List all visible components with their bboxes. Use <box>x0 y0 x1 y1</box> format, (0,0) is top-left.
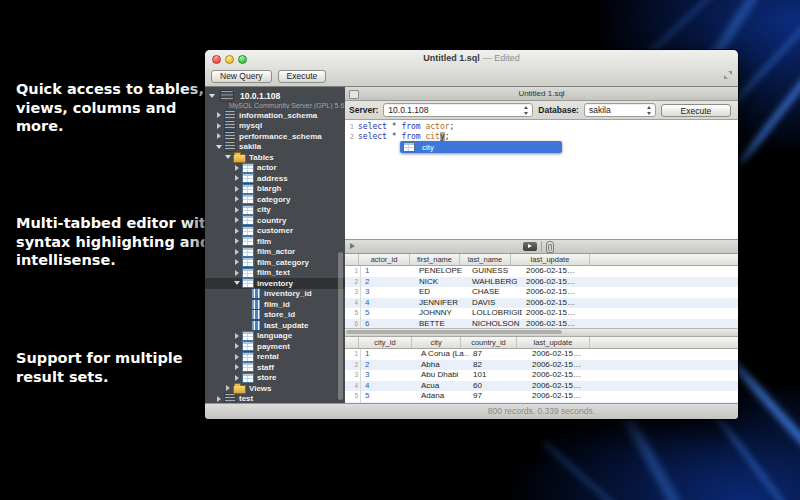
resize-grip-icon[interactable] <box>724 71 732 79</box>
table-row[interactable]: 11A Corua (La…872006-02-15… <box>345 349 738 360</box>
execute-query-button[interactable]: Execute <box>661 104 731 117</box>
disclosure-right-icon[interactable] <box>233 343 241 349</box>
column-header-last_update[interactable]: last_update <box>511 254 590 265</box>
tree-item-film[interactable]: film <box>205 236 345 247</box>
column-header-first_name[interactable]: first_name <box>410 254 460 265</box>
table-row[interactable]: 33Abu Dhabi1012006-02-15… <box>345 370 738 381</box>
sidebar-scrollbar-thumb[interactable] <box>338 252 343 400</box>
tree-item-store_id[interactable]: store_id <box>205 310 345 321</box>
horizontal-scrollbar[interactable] <box>345 328 738 337</box>
table-cell: 101 <box>469 370 528 381</box>
tree-item-sakila[interactable]: sakila <box>205 142 345 153</box>
column-header-city[interactable]: city <box>412 337 461 348</box>
tree-item-inventory[interactable]: inventory <box>205 278 345 289</box>
tree-item-language[interactable]: language <box>205 331 345 342</box>
tree-item-performance_schema[interactable]: performance_schema <box>205 131 345 142</box>
tree-item-address[interactable]: address <box>205 173 345 184</box>
table-row[interactable]: 22Abha822006-02-15… <box>345 360 738 371</box>
tree-item-payment[interactable]: payment <box>205 341 345 352</box>
tree-item-label: Views <box>249 384 272 393</box>
disclosure-right-icon[interactable] <box>215 396 223 402</box>
tree-item-film_category[interactable]: film_category <box>205 257 345 268</box>
tree-item-country[interactable]: country <box>205 215 345 226</box>
tree-item-customer[interactable]: customer <box>205 226 345 237</box>
disclosure-down-icon[interactable] <box>215 145 223 149</box>
disclosure-down-icon[interactable] <box>224 155 232 159</box>
disclosure-right-icon[interactable] <box>215 112 223 118</box>
disclosure-right-icon[interactable] <box>233 175 241 181</box>
sql-editor[interactable]: 1select * from actor;2select * from city… <box>345 120 738 239</box>
column-header-country_id[interactable]: country_id <box>461 337 517 348</box>
tree-item-category[interactable]: category <box>205 194 345 205</box>
table-row[interactable]: 11PENELOPEGUINESS2006-02-15… <box>345 266 738 277</box>
disclosure-right-icon[interactable] <box>233 217 241 223</box>
tree-item-film_id[interactable]: film_id <box>205 299 345 310</box>
tree-item-rental[interactable]: rental <box>205 352 345 363</box>
disclosure-right-icon[interactable] <box>233 228 241 234</box>
tree-item-inventory_id[interactable]: inventory_id <box>205 289 345 300</box>
tree-item-Tables[interactable]: Tables <box>205 152 345 163</box>
close-button[interactable] <box>212 55 221 64</box>
table-row[interactable]: 44Acua602006-02-15… <box>345 381 738 392</box>
table-row[interactable]: 44JENNIFERDAVIS2006-02-15… <box>345 298 738 309</box>
tree-item-staff[interactable]: staff <box>205 362 345 373</box>
database-dropdown[interactable]: sakila <box>584 103 656 117</box>
table-row[interactable]: 22NICKWAHLBERG2006-02-15… <box>345 277 738 288</box>
autocomplete-popup: city <box>400 141 562 153</box>
disclosure-right-icon[interactable] <box>233 207 241 213</box>
disclosure-right-icon[interactable] <box>215 123 223 129</box>
tree-item-store[interactable]: store <box>205 373 345 384</box>
disclosure-right-icon[interactable] <box>233 196 241 202</box>
tree-item-Views[interactable]: Views <box>205 383 345 394</box>
tree-item-information_schema[interactable]: information_schema <box>205 110 345 121</box>
tab-untitled[interactable]: Untitled 1.sql <box>345 87 738 100</box>
scrollbar-thumb[interactable] <box>346 330 562 334</box>
tree-item-actor[interactable]: actor <box>205 163 345 174</box>
tree-item-film_actor[interactable]: film_actor <box>205 247 345 258</box>
table-row[interactable]: 33EDCHASE2006-02-15… <box>345 287 738 298</box>
disclosure-right-icon[interactable] <box>233 364 241 370</box>
tree-item-last_update[interactable]: last_update <box>205 320 345 331</box>
disclosure-right-icon[interactable] <box>224 385 232 391</box>
window-titlebar[interactable]: Untitled 1.sql— Edited <box>205 50 738 67</box>
column-header-last_update[interactable]: last_update <box>517 337 590 348</box>
server-dropdown[interactable]: 10.0.1.108 <box>383 103 533 117</box>
tree-item-label: address <box>257 174 288 183</box>
table-icon <box>242 341 254 351</box>
disclosure-right-icon[interactable] <box>233 354 241 360</box>
server-header[interactable]: 10.0.1.108 MySQL Community Server (GPL) … <box>205 87 345 110</box>
disclosure-right-icon[interactable] <box>233 375 241 381</box>
column-header-last_name[interactable]: last_name <box>460 254 511 265</box>
tree-item-film_text[interactable]: film_text <box>205 268 345 279</box>
disclosure-down-icon[interactable] <box>208 94 216 98</box>
minimize-button[interactable] <box>225 55 234 64</box>
table-row[interactable]: 55JOHNNYLOLLOBRIGIDA2006-02-15… <box>345 308 738 319</box>
disclosure-right-icon[interactable] <box>233 238 241 244</box>
disclosure-right-icon[interactable] <box>233 270 241 276</box>
new-query-button[interactable]: New Query <box>211 70 272 83</box>
disclosure-right-icon[interactable] <box>233 259 241 265</box>
export-results-icon[interactable] <box>523 242 537 251</box>
table-row[interactable]: 55Adana972006-02-15… <box>345 391 738 402</box>
column-header-city_id[interactable]: city_id <box>359 337 412 348</box>
disclosure-right-icon[interactable] <box>233 249 241 255</box>
new-tab-icon[interactable] <box>349 90 359 99</box>
sql-token: actor <box>425 122 449 131</box>
tree-item-city[interactable]: city <box>205 205 345 216</box>
tree-item-label: film <box>257 237 271 246</box>
zoom-button[interactable] <box>238 55 247 64</box>
disclosure-right-icon[interactable] <box>233 165 241 171</box>
tree-item-blargh[interactable]: blargh <box>205 184 345 195</box>
tree-item-mysql[interactable]: mysql <box>205 121 345 132</box>
collapse-results-icon[interactable] <box>350 243 355 249</box>
disclosure-right-icon[interactable] <box>233 186 241 192</box>
disclosure-right-icon[interactable] <box>215 133 223 139</box>
table-row[interactable]: 66BETTENICHOLSON2006-02-15… <box>345 319 738 329</box>
tree-item-label: Tables <box>249 153 274 162</box>
disclosure-right-icon[interactable] <box>233 333 241 339</box>
disclosure-down-icon[interactable] <box>233 281 241 285</box>
execute-toolbar-button[interactable]: Execute <box>278 70 327 83</box>
attach-icon[interactable] <box>546 241 554 253</box>
column-header-actor_id[interactable]: actor_id <box>359 254 410 265</box>
autocomplete-item-city[interactable]: city <box>400 141 562 153</box>
